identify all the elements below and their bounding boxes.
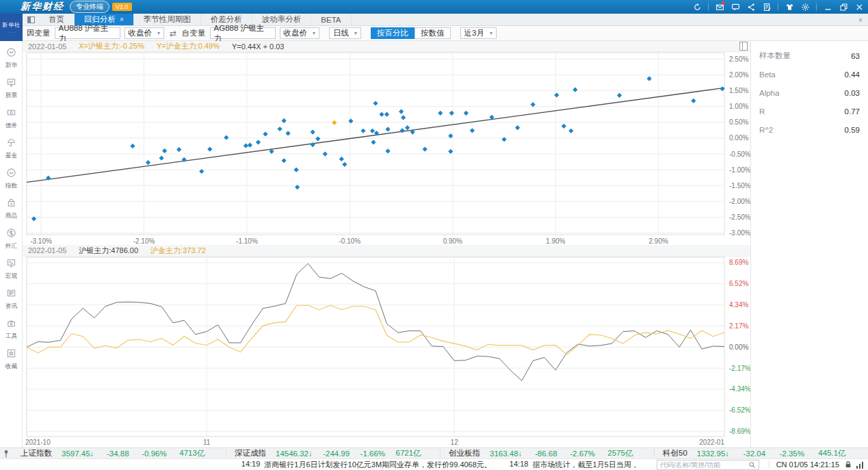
tab-label: BETA xyxy=(321,16,341,24)
y-axis-tick-label: 2.17% xyxy=(729,322,748,330)
y-axis-tick-label: -8.69% xyxy=(729,428,750,435)
close-tab-icon[interactable]: × xyxy=(120,16,124,23)
chevron-down-icon: ▾ xyxy=(354,30,357,36)
tab-label: 季节性周期图 xyxy=(144,14,191,25)
sidebar-item-宏观[interactable]: 宏观 xyxy=(0,254,23,285)
news-item[interactable]: 14:18据市场统计，截至1月5日当周， xyxy=(510,460,639,470)
index-change: -86.68 xyxy=(535,449,557,458)
sidebar-item-资讯[interactable]: 资讯 xyxy=(0,285,23,315)
dependent-price-type-value: 收盘价 xyxy=(129,28,153,38)
main-chart-area: 2022-01-05 X=沪银主力:-0.25% Y=沪金主力:0.49% Y=… xyxy=(23,41,750,447)
right-panel-toggle-icon[interactable] xyxy=(739,42,748,51)
news-text: 浙商银行1月6日计划发行10亿元3M期同业存单，发行价99.4068元。 xyxy=(264,460,492,470)
tab-BETA[interactable]: BETA xyxy=(311,14,351,25)
y-axis-tick-label: -2.17% xyxy=(729,365,750,372)
favorites-icon xyxy=(6,348,16,361)
index-turnover: 6721亿 xyxy=(395,448,421,458)
stat-value: 0.03 xyxy=(845,89,860,97)
restore-icon[interactable] xyxy=(839,2,848,12)
scatter-plot[interactable]: -3.10%-2.10%-1.10%-0.10%0.90%1.90%2.90%2… xyxy=(23,52,750,245)
pin-icon[interactable] xyxy=(0,449,12,458)
index-turnover: 445.1亿 xyxy=(818,448,845,458)
sidebar-item-股票[interactable]: 股票 xyxy=(0,74,23,104)
scatter-x-info: X=沪银主力:-0.25% xyxy=(79,41,144,51)
performance-line-chart[interactable]: 8.69%6.52%4.34%2.17%0.00%-2.17%-4.34%-6.… xyxy=(23,257,750,447)
sidebar-item-债券[interactable]: 债券 xyxy=(0,104,23,134)
logo-dots: ···· xyxy=(8,30,16,34)
dependent-price-type-select[interactable]: 收盘价 ▾ xyxy=(124,27,165,39)
search-box[interactable] xyxy=(657,460,759,470)
tab-bar: 首页回归分析×季节性周期图价差分析波动率分析BETA × xyxy=(23,14,868,26)
funds-icon xyxy=(6,138,16,150)
sidebar-item-外汇[interactable]: 外汇 xyxy=(0,224,23,254)
index-name: 创业板指 xyxy=(449,448,480,458)
titlebar-divider xyxy=(816,3,817,11)
x-axis-tick-label: 1.90% xyxy=(546,237,565,245)
app-window: 新华财经 专业终端 V2.0 新华社 ···· 首页回归分析×季节性周期图价差分… xyxy=(0,0,868,470)
sidebar-item-工具[interactable]: 工具 xyxy=(0,315,23,345)
mode-percent-button[interactable]: 按百分比 xyxy=(371,27,415,39)
index-value: 1332.95↓ xyxy=(697,449,729,458)
mail-icon[interactable] xyxy=(715,2,724,12)
x-axis-tick-label: 0.90% xyxy=(443,237,462,245)
sidebar-item-label: 收藏 xyxy=(5,363,16,371)
close-tabs-icon[interactable]: × xyxy=(853,14,868,25)
index-深证成指[interactable]: 深证成指14546.32↓-244.99-1.66%6721亿 xyxy=(226,449,440,458)
news-ticker: 14:19浙商银行1月6日计划发行10亿元3M期同业存单，发行价99.4068元… xyxy=(241,460,657,470)
minimize-icon[interactable] xyxy=(823,2,832,12)
index-科创50[interactable]: 科创501332.95↓-32.04-2.35%445.1亿 xyxy=(654,449,868,458)
independent-variable-input[interactable]: AG888 沪银主力 xyxy=(210,27,276,39)
independent-price-type-select[interactable]: 收盘价 ▾ xyxy=(280,27,320,39)
regression-equation: Y=0.44X + 0.03 xyxy=(232,42,284,51)
index-change-pct: -0.96% xyxy=(142,449,166,458)
sidebar-item-指数[interactable]: 指数 xyxy=(0,164,23,194)
titlebar-icons xyxy=(692,2,864,12)
index-change: -34.88 xyxy=(107,449,129,458)
tab-季节性周期图[interactable]: 季节性周期图 xyxy=(134,14,201,25)
stat-row-样本数量: 样本数量63 xyxy=(759,47,860,65)
stat-label: Alpha xyxy=(759,89,779,97)
sidebar-item-商品[interactable]: 商品 xyxy=(0,194,23,224)
index-创业板指[interactable]: 创业板指3163.48↓-86.68-2.67%2575亿 xyxy=(440,449,654,458)
region-clock: CN 01/05 14:21:15 xyxy=(769,460,839,469)
period-value: 日线 xyxy=(333,28,349,38)
mode-value-button[interactable]: 按数值 xyxy=(415,27,451,39)
xinhua-icon xyxy=(6,47,16,60)
close-icon[interactable] xyxy=(854,2,864,12)
y-axis-tick-label: -0.50% xyxy=(729,151,750,158)
y-axis-tick-label: -1.50% xyxy=(729,182,750,190)
search-icon xyxy=(748,461,756,469)
app-logo: 新华财经 xyxy=(21,1,64,13)
x-axis-tick-label: 2.90% xyxy=(649,237,668,245)
x-axis-tick-label: 12 xyxy=(451,439,459,446)
settings-icon[interactable] xyxy=(800,2,810,12)
chat-icon[interactable] xyxy=(731,2,740,12)
swap-variables-icon[interactable]: ⇄ xyxy=(168,29,178,38)
y-axis-tick-label: -2.00% xyxy=(729,198,750,205)
index-value: 14546.32↓ xyxy=(276,449,313,458)
sidebar-item-label: 债券 xyxy=(5,122,16,130)
scatter-header: 2022-01-05 X=沪银主力:-0.25% Y=沪金主力:0.49% Y=… xyxy=(23,41,750,52)
collapse-sidebar-icon[interactable] xyxy=(23,14,39,25)
stat-label: Beta xyxy=(759,70,776,79)
sidebar-item-基金[interactable]: 基金 xyxy=(0,134,23,164)
period-select[interactable]: 日线 ▾ xyxy=(329,27,361,39)
share-icon[interactable] xyxy=(746,2,756,12)
dependent-variable-input[interactable]: AU888 沪金主力 xyxy=(55,27,120,39)
edit-icon[interactable] xyxy=(762,2,772,12)
news-icon xyxy=(6,288,16,300)
macro-icon xyxy=(6,258,16,270)
lock-icon[interactable] xyxy=(845,460,852,469)
sidebar-item-新华[interactable]: 新华 xyxy=(0,44,23,74)
sidebar-item-收藏[interactable]: 收藏 xyxy=(0,345,23,375)
theme-icon[interactable] xyxy=(785,2,794,12)
stat-row-R: R0.77 xyxy=(759,102,860,120)
range-select[interactable]: 近3月 ▾ xyxy=(460,27,497,39)
index-上证指数[interactable]: 上证指数3597.45↓-34.88-0.96%4713亿 xyxy=(12,449,226,458)
line-date: 2022-01-05 xyxy=(28,246,66,254)
news-item[interactable]: 14:19浙商银行1月6日计划发行10亿元3M期同业存单，发行价99.4068元… xyxy=(241,460,492,470)
sidebar-item-label: 商品 xyxy=(5,212,16,220)
search-input[interactable] xyxy=(660,461,748,469)
x-axis-tick-label: 2022-01 xyxy=(699,439,724,446)
refresh-icon[interactable] xyxy=(692,2,702,12)
